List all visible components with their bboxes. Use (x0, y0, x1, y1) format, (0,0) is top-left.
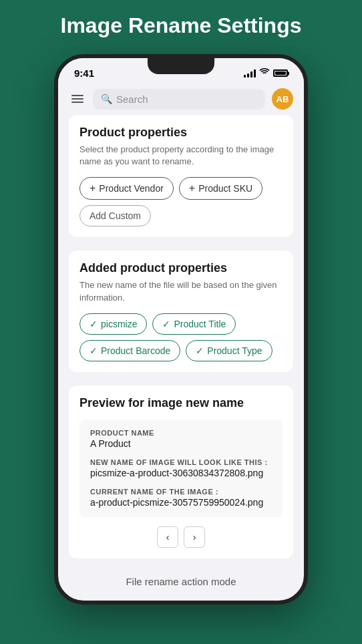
check-icon-4: ✓ (196, 345, 204, 356)
pagination-prev-button[interactable]: ‹ (157, 526, 178, 548)
product-vendor-button[interactable]: + Product Vendor (79, 177, 174, 200)
current-name-value: a-product-picsmize-30575759950024.png (90, 497, 272, 508)
product-sku-label: Product SKU (198, 183, 252, 194)
phone-frame: 9:41 (54, 54, 308, 605)
added-tag-picsmize[interactable]: ✓ picsmize (79, 313, 147, 335)
pagination: ‹ › (79, 526, 283, 548)
added-properties-section: Added product properties The new name of… (69, 251, 293, 371)
product-properties-section: Product properties Select the product pr… (69, 115, 293, 237)
hamburger-menu-icon[interactable] (69, 92, 86, 106)
plus-icon: + (89, 182, 96, 194)
product-properties-desc: Select the product property according to… (79, 144, 283, 168)
check-icon-1: ✓ (89, 319, 98, 329)
status-time: 9:41 (74, 67, 94, 79)
search-icon: 🔍 (101, 94, 112, 104)
tag-product-title-label: Product Title (174, 319, 226, 329)
battery-icon (273, 69, 288, 77)
status-bar: 9:41 (58, 58, 304, 83)
product-vendor-label: Product Vendor (99, 183, 164, 194)
tag-product-type-label: Product Type (207, 345, 262, 356)
tag-product-barcode-label: Product Barcode (101, 345, 170, 356)
phone-content: Product properties Select the product pr… (58, 115, 304, 601)
bottom-hint: File rename action mode (69, 572, 293, 587)
preview-section: Preview for image new name PRODUCT NAME … (69, 385, 293, 558)
current-name-label: CURRENT NAME OF THE IMAGE : (90, 488, 272, 496)
added-tag-product-type[interactable]: ✓ Product Type (186, 340, 272, 361)
added-tags-container: ✓ picsmize ✓ Product Title ✓ Product Bar… (79, 313, 283, 361)
check-icon-3: ✓ (89, 345, 98, 356)
preview-card: PRODUCT NAME A Product NEW NAME OF IMAGE… (79, 420, 283, 517)
status-icons (244, 68, 288, 78)
property-buttons-container: + Product Vendor + Product SKU Add Custo… (79, 177, 283, 226)
search-placeholder: Search (116, 94, 148, 105)
product-sku-button[interactable]: + Product SKU (179, 177, 262, 200)
product-properties-title: Product properties (79, 126, 283, 140)
tag-picsmize-label: picsmize (101, 319, 137, 329)
added-properties-title: Added product properties (79, 261, 283, 275)
check-icon-2: ✓ (162, 319, 170, 329)
pagination-next-button[interactable]: › (184, 526, 205, 548)
search-bar[interactable]: 🔍 Search (93, 89, 265, 110)
added-tag-product-title[interactable]: ✓ Product Title (152, 313, 236, 335)
preview-title: Preview for image new name (79, 396, 283, 410)
new-name-value: picsmize-a-product-30630834372808.png (90, 468, 272, 478)
nav-bar: 🔍 Search AB (58, 83, 304, 115)
add-custom-button[interactable]: Add Custom (79, 205, 151, 226)
signal-icon (244, 69, 256, 77)
product-name-value: A Product (90, 438, 272, 449)
added-tag-product-barcode[interactable]: ✓ Product Barcode (79, 340, 180, 361)
avatar[interactable]: AB (272, 88, 293, 110)
page-title: Image Rename Settings (61, 13, 302, 38)
new-name-label: NEW NAME OF IMAGE WILL LOOK LIKE THIS : (90, 458, 272, 466)
page-wrapper: Image Rename Settings 9:41 (0, 0, 362, 644)
added-properties-desc: The new name of the file will be based o… (79, 279, 283, 303)
wifi-icon (259, 68, 270, 78)
plus-icon-2: + (189, 182, 195, 194)
product-name-label: PRODUCT NAME (90, 429, 272, 437)
